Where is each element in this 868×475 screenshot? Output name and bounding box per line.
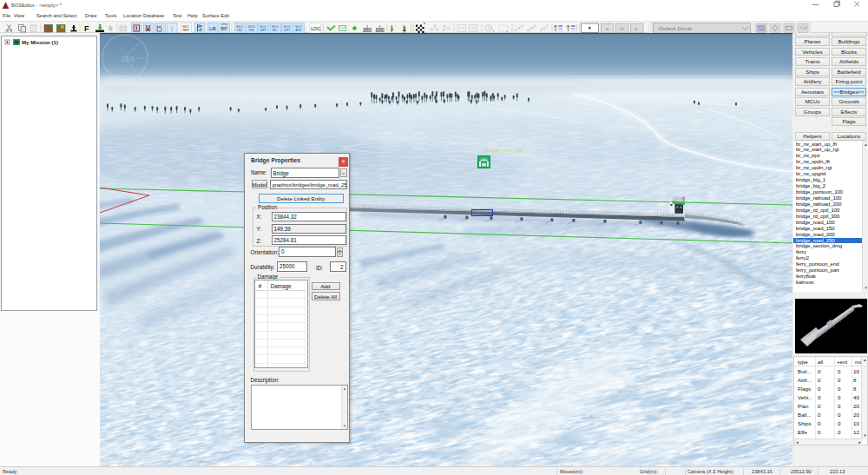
- svg-text:MEF: MEF: [260, 29, 266, 32]
- svg-text:SEL: SEL: [272, 29, 278, 32]
- svg-text:-Default Decal-: -Default Decal-: [657, 25, 693, 31]
- svg-text:TSE: TSE: [248, 29, 254, 32]
- svg-text:F: F: [84, 24, 89, 33]
- svg-text:LOC: LOC: [311, 26, 320, 31]
- svg-text:►: ►: [635, 26, 639, 31]
- svg-text:All: All: [620, 26, 625, 31]
- svg-text:◄: ◄: [605, 26, 609, 31]
- svg-text:REF: REF: [183, 29, 190, 32]
- svg-text:OBJ: OBJ: [237, 29, 243, 32]
- svg-text:LiB: LiB: [209, 26, 216, 31]
- svg-text:Bridge_road_250 : 1: Bridge_road_250 : 1: [485, 148, 529, 153]
- svg-text:BP: BP: [221, 26, 228, 31]
- svg-text:UNIT: UNIT: [284, 29, 291, 32]
- svg-text:M12: M12: [183, 25, 189, 29]
- svg-text:265: 265: [121, 56, 135, 64]
- svg-text:ARN: ARN: [295, 29, 302, 32]
